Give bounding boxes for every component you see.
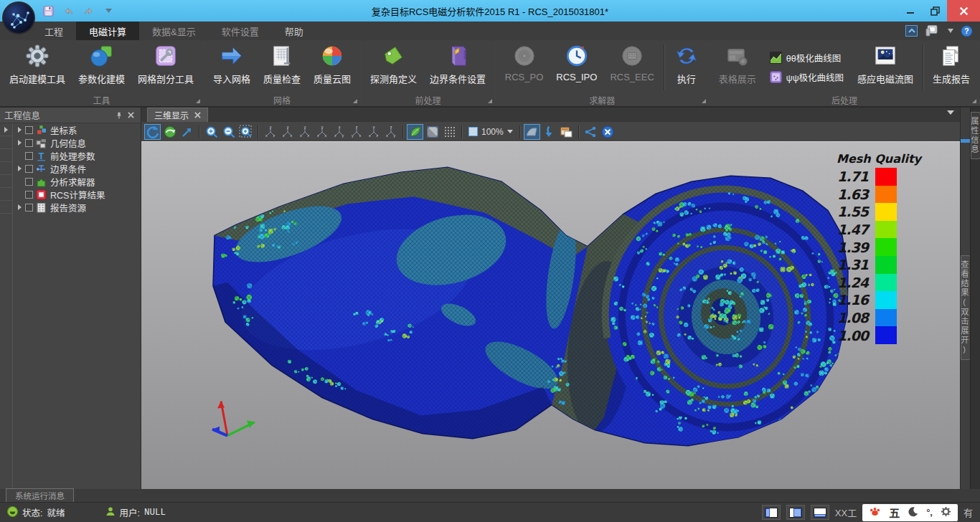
tab-properties[interactable]: 属性信息 [971,112,980,159]
leaf-button[interactable] [407,124,423,140]
tab-list-dropdown-icon[interactable] [947,110,954,115]
ribbon-item-后处理-5[interactable]: 生成报告 [926,42,976,93]
tree-item-5[interactable]: 分析求解器 [13,175,141,188]
download-button[interactable] [541,124,557,140]
zoom-dropdown-icon[interactable] [507,130,513,133]
expander-icon[interactable] [18,166,22,171]
tree-item-7[interactable]: 报告资源 [13,201,141,214]
tree-item-checkbox[interactable] [25,139,33,147]
tree-item-6[interactable]: RCS计算结果 [13,188,141,201]
tree-item-checkbox[interactable] [25,191,33,199]
group-expand-icon[interactable] [196,99,200,103]
tree-item-2[interactable]: 几何信息 [13,136,141,149]
tree-item-checkbox[interactable] [25,178,33,186]
layout-left-panel-icon[interactable] [762,505,781,520]
ribbon-item-网格-3[interactable]: 质量云图 [307,42,357,93]
cancel-button[interactable] [600,124,616,140]
tree-item-checkbox[interactable] [25,126,33,134]
layout-center-panel-icon[interactable] [786,505,805,520]
view-orientation-icon[interactable]: yzx [314,124,330,140]
menu-tab-3[interactable]: 数据&显示 [139,22,209,40]
zoom-out-button[interactable] [220,124,237,140]
ribbon-item-网格-1[interactable]: 导入网格 [207,42,257,93]
ribbon-item-后处理-1[interactable]: 表格展示 [712,42,763,93]
ribbon-item-求解器-3[interactable]: RCS_EEC [603,42,660,93]
layout-bottom-panel-icon[interactable] [811,505,829,520]
tree-row-selector[interactable] [0,201,12,214]
ime-punctuation-label[interactable]: °, [926,507,933,518]
ribbon-item-求解器-4[interactable]: 执行 [667,42,706,93]
ribbon-item-前处理-1[interactable]: 探测角定义 [364,42,423,93]
view-orientation-icon[interactable]: yzx [279,124,296,140]
tree-item-checkbox[interactable] [25,152,33,160]
group-expand-icon[interactable] [488,99,492,103]
view-orientation-icon[interactable]: yxz [296,124,313,140]
expander-icon[interactable] [18,140,22,146]
ribbon-item-后处理-2[interactable]: θθ极化曲线图 [767,51,847,65]
ribbon-item-工具-1[interactable]: 启动建模工具 [3,42,72,93]
ribbon-item-求解器-1[interactable]: RCS_PO [499,42,550,93]
menu-tab-4[interactable]: 软件设置 [209,22,272,40]
tree-row-selector[interactable] [0,149,12,162]
tree-row-selector[interactable] [0,136,12,149]
ribbon-item-前处理-2[interactable]: 边界条件设置 [423,42,492,93]
view-orientation-icon[interactable]: zyx [348,124,364,140]
surface-button[interactable] [524,124,540,140]
help-icon[interactable]: ? [961,25,973,37]
ime-paw-icon[interactable] [869,506,881,519]
close-button[interactable] [947,0,980,22]
share-button[interactable] [583,124,599,140]
expander-icon[interactable] [18,127,22,133]
layers-button[interactable] [558,124,575,140]
menu-dropdown-icon[interactable] [948,29,953,33]
group-expand-icon[interactable] [972,99,976,103]
ribbon-item-工具-2[interactable]: 参数化建模 [72,42,131,93]
tree-item-checkbox[interactable] [25,165,33,173]
restore-button[interactable] [923,0,947,22]
tree-item-checkbox[interactable] [25,204,33,212]
tree-row-selector[interactable] [0,123,12,136]
group-expand-icon[interactable] [353,99,357,103]
menu-tab-5[interactable]: 帮助 [272,22,316,40]
ribbon-item-后处理-3[interactable]: ψψ极化曲线图 [767,70,847,84]
shade-button[interactable] [424,124,440,140]
viewport-3d[interactable]: Mesh Quality 1.711.631.551.471.391.311.2… [141,142,960,489]
tree-item-4[interactable]: 边界条件 [13,162,141,175]
zoom-in-button[interactable] [203,124,220,140]
group-expand-icon[interactable] [702,99,706,103]
tab-view-results[interactable]: 查看结果(双击展开) [961,255,971,360]
view-orientation-icon[interactable]: yxz [262,124,278,140]
tab-3d-display[interactable]: 三维显示 [147,108,208,122]
zoom-fit-button[interactable] [237,124,254,140]
expander-icon[interactable] [18,204,22,210]
ribbon-item-网格-2[interactable]: 质量检查 [257,42,307,93]
ribbon-item-后处理-4[interactable]: 感应电磁流图 [851,42,920,93]
view-orientation-icon[interactable]: vxz [365,124,382,140]
tree-row-selector[interactable] [0,175,12,188]
ime-toolbar[interactable]: 五 °, [862,504,958,521]
tree-row-selector[interactable] [0,162,12,175]
tab-system-messages[interactable]: 系统运行消息 [6,488,74,502]
tree-item-3[interactable]: T前处理参数 [13,149,141,162]
tab-close-icon[interactable] [194,112,201,118]
menu-tab-2[interactable]: 电磁计算 [76,22,139,40]
view-orientation-icon[interactable]: xzy [331,124,347,140]
tree-row-selector[interactable] [0,188,12,201]
ribbon-item-求解器-2[interactable]: RCS_IPO [550,42,603,93]
zoom-level-control[interactable]: 100% [466,127,516,137]
view-orientation-icon[interactable]: zxy [382,124,399,140]
collapse-ribbon-icon[interactable] [905,25,918,37]
ribbon-item-工具-3[interactable]: 网格剖分工具 [131,42,200,93]
pan-button[interactable] [179,124,195,140]
gridpts-button[interactable] [441,124,458,140]
ime-moon-icon[interactable] [908,506,918,519]
menu-tab-1[interactable]: 工程 [32,22,76,40]
ime-settings-gear-icon[interactable] [941,506,951,519]
pin-icon[interactable] [113,110,125,121]
panel-close-icon[interactable] [125,110,136,121]
device-icon[interactable] [925,24,941,37]
ime-mode-label[interactable]: 五 [889,505,900,520]
tree-item-1[interactable]: 坐标系 [13,123,141,136]
spin-button[interactable] [161,124,178,140]
minimize-button[interactable] [898,0,923,22]
